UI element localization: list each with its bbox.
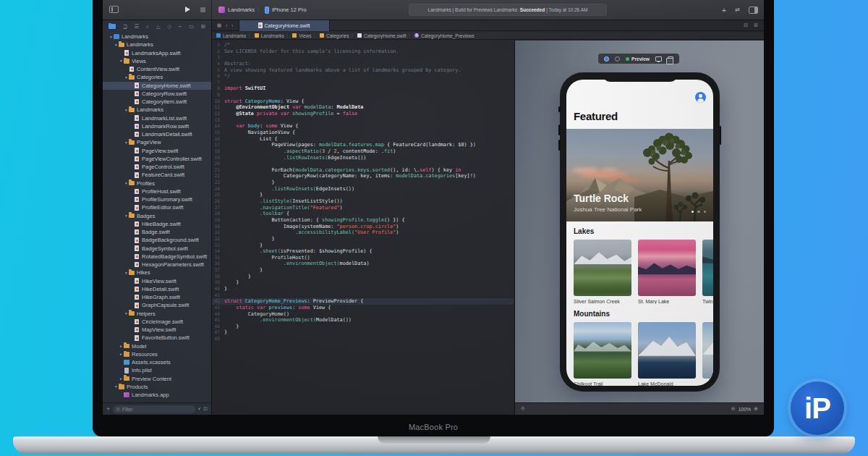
sidebar-file-row[interactable]: HexagonParameters.swift xyxy=(103,261,211,269)
stop-button[interactable] xyxy=(200,7,205,12)
zoom-out-icon[interactable]: ⊖ xyxy=(731,406,736,412)
back-icon[interactable]: ‹ xyxy=(226,23,227,28)
sidebar-file-row[interactable]: ▸Preview Content xyxy=(103,375,211,383)
forward-icon[interactable]: › xyxy=(231,23,233,28)
sidebar-file-row[interactable]: ▸Model xyxy=(103,342,211,350)
breakpoints-icon[interactable]: ▭ xyxy=(189,24,194,30)
sidebar-file-row[interactable]: ProfileEditor.swift xyxy=(103,203,211,211)
disclosure-chevron-icon[interactable]: ▾ xyxy=(124,75,129,80)
scheme-selector[interactable]: Landmarks 〉 iPhone 12 Pro xyxy=(218,0,307,20)
code-review-icon[interactable]: ⇄ xyxy=(735,7,740,13)
disclosure-chevron-icon[interactable]: ▾ xyxy=(124,181,129,185)
duplicate-preview-icon[interactable] xyxy=(668,56,673,62)
disclosure-chevron-icon[interactable]: ▾ xyxy=(119,59,124,63)
filter-options[interactable]: ◐ ⊡ xyxy=(198,406,208,412)
sidebar-file-row[interactable]: LandmarkRow.swift xyxy=(103,122,211,130)
sidebar-file-row[interactable]: ▾Views xyxy=(103,57,211,65)
sidebar-file-row[interactable]: Assets.xcassets xyxy=(103,358,211,366)
disclosure-chevron-icon[interactable]: ▾ xyxy=(114,384,119,389)
profile-button[interactable] xyxy=(695,92,706,103)
sidebar-file-row[interactable]: ▾Profiles xyxy=(103,180,211,187)
zoom-in-icon[interactable]: ⊕ xyxy=(754,406,758,412)
jump-bar-item[interactable]: CategoryHome.swift xyxy=(364,33,407,38)
live-preview-icon[interactable] xyxy=(604,56,609,62)
sidebar-file-row[interactable]: MapView.swift xyxy=(103,326,211,334)
disclosure-chevron-icon[interactable]: ▾ xyxy=(124,140,129,145)
landmark-card[interactable]: Lake McDonald xyxy=(638,322,696,386)
disclosure-chevron-icon[interactable]: ▾ xyxy=(124,271,129,275)
sidebar-file-row[interactable]: LandmarkList.swift xyxy=(103,114,211,122)
split-editor-icon[interactable]: ⊞ xyxy=(754,22,758,28)
disclosure-chevron-icon[interactable]: ▸ xyxy=(119,376,124,381)
sidebar-file-row[interactable]: ▾Helpers xyxy=(103,310,211,318)
canvas-corner-icon[interactable]: ⟐ xyxy=(521,406,525,412)
sidebar-file-row[interactable]: BadgeBackground.swift xyxy=(103,236,211,244)
sidebar-file-row[interactable]: PageView.swift xyxy=(103,147,211,155)
landmark-card[interactable] xyxy=(702,322,713,386)
sidebar-file-row[interactable]: Badge.swift xyxy=(103,228,211,236)
disclosure-chevron-icon[interactable]: ▾ xyxy=(124,108,129,112)
sidebar-file-row[interactable]: ▾Badges xyxy=(103,212,211,220)
disclosure-chevron-icon[interactable]: ▾ xyxy=(124,311,129,316)
sidebar-file-row[interactable]: LandmarkDetail.swift xyxy=(103,130,211,138)
sidebar-file-row[interactable]: HikeGraph.swift xyxy=(103,293,211,301)
sidebar-file-row[interactable]: ▾Landmarks xyxy=(103,106,211,114)
sidebar-file-row[interactable]: ContentView.swift xyxy=(103,65,211,73)
jump-bar-item[interactable]: CategoryHome_Previews xyxy=(421,33,475,38)
sidebar-file-row[interactable]: ▾Hikes xyxy=(103,269,211,276)
disclosure-chevron-icon[interactable]: ▾ xyxy=(109,35,114,39)
library-add-icon[interactable]: + xyxy=(722,6,726,14)
sidebar-file-row[interactable]: ProfileSummary.swift xyxy=(103,195,211,203)
sidebar-file-row[interactable]: ▾Landmarks xyxy=(103,33,211,41)
sidebar-file-row[interactable]: CategoryItem.swift xyxy=(103,98,211,106)
jump-bar-item[interactable]: Views xyxy=(299,33,311,38)
sidebar-file-row[interactable]: RotatedBadgeSymbol.swift xyxy=(103,253,211,261)
sidebar-file-row[interactable]: HikeView.swift xyxy=(103,277,211,285)
scheme-device-name[interactable]: iPhone 12 Pro xyxy=(272,7,307,13)
filter-input[interactable]: ◎ Filter xyxy=(113,405,195,413)
sidebar-file-row[interactable]: ▾PageView xyxy=(103,138,211,146)
reports-icon[interactable]: ⊞ xyxy=(201,24,205,30)
inspector-toggle-icon[interactable] xyxy=(749,7,758,14)
project-navigator-icon[interactable] xyxy=(109,24,116,29)
disclosure-chevron-icon[interactable]: ▾ xyxy=(114,43,119,47)
sidebar-file-row[interactable]: CircleImage.swift xyxy=(103,318,211,326)
inspect-preview-icon[interactable] xyxy=(615,56,620,62)
jump-bar-item[interactable]: Categories xyxy=(326,33,349,38)
related-items-icon[interactable]: ▦ xyxy=(217,22,221,28)
tab-categoryhome[interactable]: CategoryHome.swift xyxy=(239,20,330,31)
jump-bar-item[interactable]: Landmarks xyxy=(261,33,284,38)
sidebar-file-row[interactable]: ▾Categories xyxy=(103,73,211,81)
sidebar-file-row[interactable]: CategoryRow.swift xyxy=(103,90,211,98)
sidebar-file-row[interactable]: FavoriteButton.swift xyxy=(103,334,211,342)
adjust-editor-icon[interactable]: ⊟ xyxy=(744,22,748,28)
sidebar-file-row[interactable]: Landmarks.app xyxy=(103,391,211,399)
symbols-icon[interactable]: ☰ xyxy=(135,24,140,30)
sidebar-file-row[interactable]: ProfileHost.swift xyxy=(103,187,211,195)
hero-card[interactable]: Turtle Rock Joshua Tree National Park xyxy=(566,129,713,221)
landmark-card[interactable]: Twin Lake xyxy=(702,240,713,304)
find-icon[interactable]: ⌕ xyxy=(146,24,149,30)
sidebar-file-row[interactable]: PageControl.swift xyxy=(103,163,211,171)
sidebar-file-row[interactable]: BadgeSymbol.swift xyxy=(103,245,211,253)
sidebar-file-row[interactable]: ▸Resources xyxy=(103,350,211,358)
sidebar-file-row[interactable]: Info.plist xyxy=(103,366,211,374)
sidebar-file-row[interactable]: FeatureCard.swift xyxy=(103,171,211,179)
sidebar-file-row[interactable]: ▾Landmarks xyxy=(103,41,211,48)
scheme-app-name[interactable]: Landmarks xyxy=(228,7,255,13)
debug-icon[interactable]: ⌁ xyxy=(179,24,182,30)
clock-filter-icon[interactable]: ◐ xyxy=(198,406,201,412)
source-control-icon[interactable]: ⊒ xyxy=(123,24,127,30)
device-settings-icon[interactable] xyxy=(655,56,662,62)
sidebar-file-row[interactable]: HikeBadge.swift xyxy=(103,220,211,228)
sidebar-file-row[interactable]: GraphCapsule.swift xyxy=(103,301,211,309)
landmark-card[interactable]: St. Mary Lake xyxy=(638,240,696,304)
sidebar-file-row[interactable]: CategoryHome.swift xyxy=(103,82,211,90)
tests-icon[interactable]: ◇ xyxy=(167,24,171,30)
scm-filter-icon[interactable]: ⊡ xyxy=(203,406,208,412)
run-button[interactable] xyxy=(185,7,190,12)
sidebar-file-row[interactable]: PageViewController.swift xyxy=(103,155,211,163)
disclosure-chevron-icon[interactable]: ▸ xyxy=(119,352,124,356)
sidebar-file-row[interactable]: ▾Products xyxy=(103,383,211,391)
disclosure-chevron-icon[interactable]: ▸ xyxy=(119,344,124,348)
